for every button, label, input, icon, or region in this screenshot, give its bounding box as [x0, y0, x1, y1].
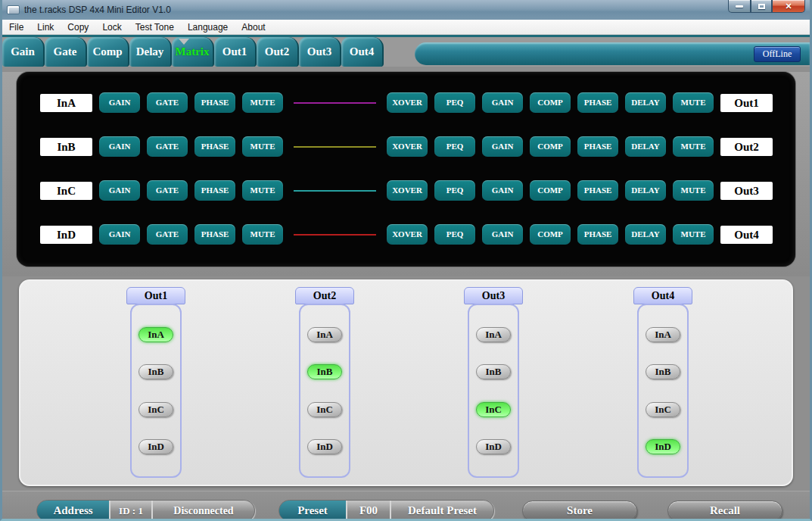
module-phase-pre[interactable]: PHASE	[194, 180, 235, 201]
tab-out3[interactable]: Out3	[299, 37, 341, 67]
module-mute-pre[interactable]: MUTE	[242, 180, 283, 201]
module-mute-post[interactable]: MUTE	[673, 224, 714, 245]
module-phase-post[interactable]: PHASE	[577, 92, 618, 113]
module-delay[interactable]: DELAY	[625, 224, 666, 245]
module-delay[interactable]: DELAY	[625, 92, 666, 113]
module-comp[interactable]: COMP	[530, 136, 571, 157]
app-window: the t.racks DSP 4x4 Mini Editor V1.0 ✕ F…	[0, 0, 812, 521]
matrix-out4-inb[interactable]: InB	[646, 364, 680, 379]
preset-id[interactable]: F00	[346, 501, 390, 521]
module-peq[interactable]: PEQ	[434, 224, 475, 245]
matrix-box-out3: InA InB InC InD	[468, 304, 519, 478]
module-gate[interactable]: GATE	[147, 224, 188, 245]
matrix-out4-inc[interactable]: InC	[646, 402, 680, 417]
offline-button[interactable]: OffLine	[754, 46, 801, 62]
module-mute-pre[interactable]: MUTE	[242, 136, 283, 157]
matrix-section: Out1 InA InB InC InD Out2 InA InB InC In…	[2, 279, 810, 491]
module-phase-post[interactable]: PHASE	[577, 224, 618, 245]
tab-delay[interactable]: Delay	[129, 37, 172, 67]
module-gain-pre[interactable]: GAIN	[99, 224, 140, 245]
tab-out2[interactable]: Out2	[257, 37, 299, 67]
module-mute-post[interactable]: MUTE	[673, 92, 714, 113]
module-gain-pre[interactable]: GAIN	[99, 180, 140, 201]
menu-lock[interactable]: Lock	[95, 20, 128, 34]
module-phase-pre[interactable]: PHASE	[194, 136, 235, 157]
module-comp[interactable]: COMP	[530, 92, 571, 113]
menu-about[interactable]: About	[235, 20, 272, 34]
module-delay[interactable]: DELAY	[625, 136, 666, 157]
address-button[interactable]: Address	[37, 501, 109, 521]
module-gain-post[interactable]: GAIN	[482, 180, 523, 201]
matrix-out3-inb[interactable]: InB	[476, 364, 511, 379]
module-peq[interactable]: PEQ	[434, 136, 475, 157]
close-button[interactable]: ✕	[772, 0, 805, 13]
output-label-out1: Out1	[720, 94, 773, 112]
module-delay[interactable]: DELAY	[625, 180, 666, 201]
active-tab-indicator	[179, 39, 189, 45]
module-gate[interactable]: GATE	[147, 136, 188, 157]
matrix-out2-inb[interactable]: InB	[307, 364, 342, 379]
module-gain-post[interactable]: GAIN	[482, 92, 523, 113]
menu-test-tone[interactable]: Test Tone	[129, 20, 181, 34]
menu-language[interactable]: Language	[181, 20, 235, 34]
matrix-out2-ind[interactable]: InD	[307, 439, 342, 454]
matrix-out1-inb[interactable]: InB	[138, 364, 173, 379]
matrix-out4-ina[interactable]: InA	[646, 327, 680, 342]
module-xover[interactable]: XOVER	[387, 180, 428, 201]
module-gain-post[interactable]: GAIN	[482, 224, 523, 245]
minimize-button[interactable]	[728, 0, 751, 13]
module-gate[interactable]: GATE	[147, 180, 188, 201]
module-comp[interactable]: COMP	[530, 180, 571, 201]
device-id-value[interactable]: ID : 1	[109, 501, 151, 521]
matrix-header-out2: Out2	[295, 287, 354, 304]
module-gate[interactable]: GATE	[147, 92, 188, 113]
module-phase-post[interactable]: PHASE	[577, 180, 618, 201]
module-phase-pre[interactable]: PHASE	[194, 224, 235, 245]
menu-copy[interactable]: Copy	[61, 20, 95, 34]
matrix-out1-ind[interactable]: InD	[138, 439, 173, 454]
signal-chain-panel: InA GAIN GATE PHASE MUTE XOVER PEQ GAIN …	[17, 72, 795, 267]
module-phase-post[interactable]: PHASE	[577, 136, 618, 157]
module-mute-post[interactable]: MUTE	[673, 136, 714, 157]
matrix-out3-ind[interactable]: InD	[476, 439, 511, 454]
routing-line	[294, 190, 376, 192]
tab-gain[interactable]: Gain	[2, 37, 45, 67]
matrix-box-out4: InA InB InC InD	[637, 304, 689, 478]
matrix-out2-inc[interactable]: InC	[307, 402, 342, 417]
tab-out1[interactable]: Out1	[214, 37, 257, 67]
tab-comp[interactable]: Comp	[87, 37, 129, 67]
module-xover[interactable]: XOVER	[387, 136, 428, 157]
module-xover[interactable]: XOVER	[387, 224, 428, 245]
matrix-out1-inc[interactable]: InC	[138, 402, 173, 417]
module-peq[interactable]: PEQ	[434, 180, 475, 201]
preset-button[interactable]: Preset	[279, 501, 346, 521]
store-button[interactable]: Store	[522, 501, 637, 521]
tab-out4[interactable]: Out4	[341, 37, 384, 67]
matrix-out2-ina[interactable]: InA	[307, 327, 342, 342]
module-mute-pre[interactable]: MUTE	[242, 224, 283, 245]
module-gain-post[interactable]: GAIN	[482, 136, 523, 157]
menu-file[interactable]: File	[2, 20, 30, 34]
module-xover[interactable]: XOVER	[387, 92, 428, 113]
module-mute-pre[interactable]: MUTE	[242, 92, 283, 113]
menu-link[interactable]: Link	[30, 20, 61, 34]
module-phase-pre[interactable]: PHASE	[194, 92, 235, 113]
module-gain-pre[interactable]: GAIN	[99, 136, 140, 157]
module-gain-pre[interactable]: GAIN	[99, 92, 140, 113]
matrix-out1-ina[interactable]: InA	[138, 327, 173, 342]
app-icon	[7, 5, 20, 14]
module-comp[interactable]: COMP	[530, 224, 571, 245]
matrix-out3-inc[interactable]: InC	[476, 402, 511, 417]
matrix-out3-ina[interactable]: InA	[476, 327, 511, 342]
matrix-column-out2: Out2 InA InB InC InD	[295, 287, 354, 478]
routing-line	[294, 234, 376, 236]
maximize-button[interactable]	[751, 0, 772, 13]
matrix-out4-ind[interactable]: InD	[646, 439, 680, 454]
recall-button[interactable]: Recall	[667, 501, 782, 521]
module-mute-post[interactable]: MUTE	[673, 180, 714, 201]
matrix-column-out3: Out3 InA InB InC InD	[464, 287, 523, 478]
chain-row-b: InB GAIN GATE PHASE MUTE XOVER PEQ GAIN …	[40, 136, 773, 157]
tab-strip: Gain Gate Comp Delay Matrix Out1 Out2 Ou…	[2, 37, 384, 67]
tab-gate[interactable]: Gate	[45, 37, 87, 67]
module-peq[interactable]: PEQ	[434, 92, 475, 113]
